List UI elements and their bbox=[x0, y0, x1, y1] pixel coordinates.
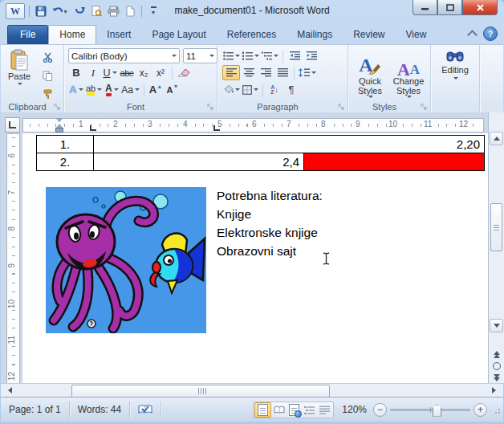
cut-button[interactable] bbox=[39, 50, 55, 65]
tab-view[interactable]: View bbox=[396, 26, 437, 44]
full-screen-reading-button[interactable] bbox=[271, 403, 287, 417]
line-spacing-dropdown-icon[interactable] bbox=[311, 71, 316, 74]
paste-dropdown-icon[interactable] bbox=[18, 83, 22, 85]
bold-button[interactable]: B bbox=[68, 65, 84, 80]
font-size-combo[interactable]: 11 bbox=[183, 48, 217, 63]
change-case-dropdown-icon[interactable] bbox=[135, 88, 140, 91]
tab-references[interactable]: References bbox=[217, 26, 287, 44]
minimize-ribbon-icon[interactable] bbox=[467, 30, 478, 40]
styles-dialog-launcher[interactable] bbox=[420, 103, 428, 111]
scroll-up-button[interactable] bbox=[490, 132, 503, 145]
tab-mailings[interactable]: Mailings bbox=[287, 26, 343, 44]
horizontal-ruler[interactable]: 1 2 3 4 5 6 7 8 9 10 11 12 bbox=[22, 118, 484, 132]
shrink-font-button[interactable]: A ▼ bbox=[165, 82, 181, 97]
show-hide-pilcrow-button[interactable]: ¶ bbox=[283, 82, 299, 97]
close-button[interactable] bbox=[462, 0, 498, 15]
superscript-button[interactable]: x² bbox=[152, 65, 169, 80]
outline-view-button[interactable] bbox=[302, 403, 317, 417]
left-indent-icon[interactable] bbox=[55, 128, 63, 132]
increase-indent-button[interactable] bbox=[303, 48, 319, 63]
font-name-combo[interactable]: Calibri (Body) bbox=[68, 48, 180, 63]
align-left-button[interactable] bbox=[222, 65, 240, 80]
scroll-down-button[interactable] bbox=[490, 319, 503, 332]
borders-dropdown-icon[interactable] bbox=[254, 88, 258, 91]
resize-grip[interactable] bbox=[492, 406, 500, 414]
quick-print-button[interactable] bbox=[106, 5, 120, 18]
numbering-button[interactable] bbox=[242, 48, 260, 63]
tab-file[interactable]: File bbox=[7, 25, 48, 44]
decrease-indent-button[interactable] bbox=[287, 48, 303, 63]
undo-dropdown-icon[interactable]: ▾ bbox=[63, 8, 67, 15]
change-case-button[interactable]: Aa bbox=[120, 82, 140, 97]
word-logo-icon[interactable]: W bbox=[6, 3, 25, 19]
paragraph-dialog-launcher[interactable] bbox=[337, 103, 345, 111]
justify-button[interactable] bbox=[274, 65, 291, 80]
horizontal-scroll-thumb[interactable] bbox=[71, 385, 330, 398]
tab-stop-icon[interactable] bbox=[213, 125, 220, 131]
word-count[interactable]: Words: 44 bbox=[70, 402, 130, 418]
minimize-button[interactable] bbox=[413, 0, 437, 15]
grow-font-button[interactable]: A ▲ bbox=[148, 82, 164, 97]
select-browse-object-button[interactable] bbox=[493, 362, 501, 370]
change-styles-dropdown-icon[interactable] bbox=[407, 96, 412, 98]
vertical-ruler[interactable]: 6 7 8 9 10 11 12 bbox=[6, 133, 20, 385]
document-page[interactable]: 1. 2,20 2. 2,4 bbox=[22, 133, 488, 383]
save-button[interactable] bbox=[34, 5, 48, 18]
clear-formatting-button[interactable] bbox=[176, 65, 192, 80]
subscript-button[interactable]: x₂ bbox=[136, 65, 152, 80]
web-layout-view-button[interactable] bbox=[287, 403, 302, 417]
text-effects-dropdown-icon[interactable] bbox=[79, 88, 83, 91]
red-highlighted-cell[interactable] bbox=[304, 153, 484, 170]
table-cell-value[interactable]: 2,20 bbox=[94, 136, 484, 153]
align-center-button[interactable] bbox=[241, 65, 257, 80]
editing-button[interactable]: Editing bbox=[431, 50, 479, 80]
align-right-button[interactable] bbox=[258, 65, 274, 80]
draft-view-button[interactable] bbox=[317, 403, 332, 417]
copy-button[interactable] bbox=[39, 68, 55, 84]
tab-review[interactable]: Review bbox=[343, 26, 395, 44]
zoom-level[interactable]: 120% bbox=[342, 404, 367, 415]
print-layout-view-button[interactable] bbox=[254, 402, 271, 418]
next-page-button[interactable] bbox=[489, 373, 504, 383]
bullets-button[interactable] bbox=[222, 48, 241, 63]
highlight-dropdown-icon[interactable] bbox=[97, 88, 102, 91]
vertical-scrollbar[interactable] bbox=[488, 112, 504, 383]
text-effects-button[interactable]: A bbox=[68, 82, 84, 97]
font-color-dropdown-icon[interactable] bbox=[114, 88, 119, 91]
scroll-right-button[interactable] bbox=[488, 385, 500, 396]
strikethrough-button[interactable]: abe bbox=[119, 65, 135, 80]
customize-quick-access-button[interactable]: ▾ bbox=[146, 5, 161, 18]
multilevel-dropdown-icon[interactable] bbox=[274, 55, 278, 57]
editing-dropdown-icon[interactable] bbox=[453, 77, 458, 80]
sort-button[interactable]: A Z ↓ bbox=[266, 82, 282, 97]
undo-button[interactable]: ▾ bbox=[51, 5, 70, 18]
tab-insert[interactable]: Insert bbox=[96, 26, 141, 44]
line-spacing-button[interactable] bbox=[298, 65, 317, 80]
proofing-status-button[interactable] bbox=[130, 402, 161, 418]
zoom-slider-handle[interactable] bbox=[433, 405, 441, 417]
document-text[interactable]: Potrebna literatura: Knjige Elektronske … bbox=[217, 186, 323, 260]
text-line[interactable]: Knjige bbox=[217, 205, 323, 223]
shading-dropdown-icon[interactable] bbox=[235, 88, 240, 91]
font-dialog-launcher[interactable] bbox=[206, 103, 214, 111]
maximize-button[interactable] bbox=[437, 0, 462, 15]
format-painter-button[interactable] bbox=[39, 87, 55, 102]
text-line[interactable]: Elektronske knjige bbox=[217, 223, 323, 242]
octopus-fish-image[interactable] bbox=[46, 187, 206, 333]
font-size-dropdown-icon[interactable] bbox=[209, 55, 214, 57]
change-styles-button[interactable]: AA Change Styles bbox=[389, 48, 428, 98]
underline-dropdown-icon[interactable] bbox=[112, 71, 117, 74]
tab-page-layout[interactable]: Page Layout bbox=[141, 26, 216, 44]
borders-button[interactable] bbox=[242, 82, 259, 97]
zoom-in-button[interactable]: + bbox=[474, 403, 487, 417]
quick-styles-dropdown-icon[interactable] bbox=[368, 96, 373, 98]
table-cell-value[interactable]: 2,4 bbox=[94, 153, 304, 170]
print-preview-button[interactable] bbox=[89, 5, 104, 18]
font-name-dropdown-icon[interactable] bbox=[172, 55, 177, 57]
zoom-slider[interactable] bbox=[390, 409, 470, 411]
shading-button[interactable] bbox=[222, 82, 241, 97]
table-cell-number[interactable]: 2. bbox=[37, 153, 94, 170]
underline-button[interactable]: U bbox=[102, 65, 118, 80]
page-indicator[interactable]: Page: 1 of 1 bbox=[1, 402, 70, 418]
scroll-left-button[interactable] bbox=[4, 385, 16, 396]
